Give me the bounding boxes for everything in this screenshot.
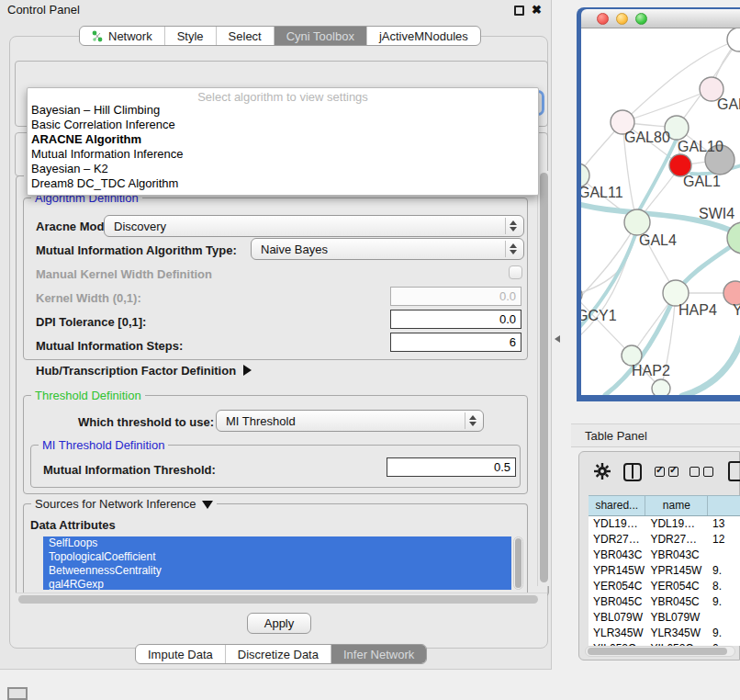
attribute-item-gal4rgexp[interactable]: gal4RGexp bbox=[43, 578, 511, 590]
deselect-all-checkbox-icon[interactable] bbox=[690, 467, 700, 477]
network-canvas[interactable]: GALGAL80GAL10GAL1GAL11SWI4GAL4GCY1HAP4YH… bbox=[581, 28, 740, 395]
network-edge[interactable] bbox=[638, 139, 677, 212]
tab-style[interactable]: Style bbox=[165, 27, 217, 45]
algorithm-option-aracne-algorithm[interactable]: ARACNE Algorithm bbox=[28, 132, 538, 147]
network-edge[interactable] bbox=[581, 222, 637, 295]
column-header-shared...[interactable]: shared... bbox=[589, 496, 645, 515]
table-cell: 12 bbox=[708, 532, 740, 548]
table-cell bbox=[708, 610, 740, 626]
table-row[interactable]: YBR045CYBR045C9. bbox=[589, 594, 740, 610]
attribute-item-selfloops[interactable]: SelfLoops bbox=[43, 536, 511, 550]
table-panel-window: ✓ ✓ shared...name YDL19…YDL19…13YDR27…YD… bbox=[578, 451, 740, 660]
table-settings-gear-icon[interactable] bbox=[594, 463, 611, 480]
table-cell: YBR043C bbox=[589, 548, 645, 563]
network-window-titlebar bbox=[581, 9, 740, 28]
data-attributes-list[interactable]: SelfLoopsTopologicalCoefficientBetweenne… bbox=[43, 536, 511, 590]
close-icon[interactable]: ✖ bbox=[532, 3, 542, 17]
tab-network[interactable]: Network bbox=[80, 27, 165, 45]
minimize-traffic-light[interactable] bbox=[616, 13, 628, 25]
kernel-width-field[interactable] bbox=[390, 287, 521, 306]
which-threshold-select[interactable]: MI Threshold bbox=[216, 410, 484, 432]
network-edge[interactable] bbox=[682, 333, 740, 395]
tab-infer-network[interactable]: Infer Network bbox=[331, 645, 426, 663]
settings-horizontal-scrollbar[interactable] bbox=[16, 593, 547, 604]
network-node[interactable] bbox=[581, 287, 582, 303]
restore-panel-icon[interactable] bbox=[7, 687, 28, 700]
control-panel-title: Control Panel bbox=[7, 3, 80, 17]
export-table-icon[interactable] bbox=[728, 461, 740, 481]
algorithm-option-bayesian-k2[interactable]: Bayesian – K2 bbox=[28, 162, 538, 176]
sources-group-title[interactable]: Sources for Network Inference bbox=[31, 497, 217, 511]
algorithm-option-dream8-dc-tdc-algorithm[interactable]: Dream8 DC_TDC Algorithm bbox=[28, 176, 538, 191]
table-cell: YER054C bbox=[645, 579, 708, 594]
apply-button[interactable]: Apply bbox=[247, 613, 311, 634]
table-row[interactable]: YBL079WYBL079W bbox=[589, 610, 740, 626]
tab-jactivemnodules[interactable]: jActiveMNodules bbox=[367, 27, 480, 45]
network-edge[interactable] bbox=[622, 89, 712, 122]
algorithm-option-mutual-information-inference[interactable]: Mutual Information Inference bbox=[28, 147, 538, 162]
application-root: Control Panel ✖ NetworkStyleSelectCyni T… bbox=[0, 0, 740, 700]
aracne-mode-select[interactable]: Discovery bbox=[104, 215, 524, 237]
tab-cyni-toolbox[interactable]: Cyni Toolbox bbox=[275, 27, 367, 45]
table-cell: 13 bbox=[708, 516, 740, 532]
network-node[interactable] bbox=[727, 28, 740, 51]
table-cell bbox=[708, 548, 740, 563]
table-body: YDL19…YDL19…13YDR27…YDR27…12YBR043CYBR04… bbox=[589, 516, 740, 646]
mi-steps-field[interactable] bbox=[390, 333, 521, 352]
node-label-y: Y bbox=[733, 302, 740, 318]
tab-label: Network bbox=[108, 29, 152, 43]
table-row[interactable]: YDL19…YDL19…13 bbox=[589, 516, 740, 532]
close-traffic-light[interactable] bbox=[597, 13, 609, 25]
table-horizontal-scrollbar[interactable] bbox=[585, 646, 735, 657]
settings-vertical-scrollbar[interactable] bbox=[537, 171, 549, 586]
hub-section-toggle[interactable]: Hub/Transcription Factor Definition bbox=[36, 364, 252, 378]
select-all-checkbox-icon[interactable]: ✓ bbox=[655, 467, 665, 477]
mi-algorithm-type-select[interactable]: Naive Bayes bbox=[251, 238, 524, 260]
table-toolbar: ✓ ✓ bbox=[579, 459, 739, 487]
column-header-cut[interactable] bbox=[708, 496, 740, 515]
table-cell: YDR27… bbox=[645, 532, 708, 548]
mi-threshold-field[interactable] bbox=[387, 457, 516, 477]
manual-kernel-width-checkbox[interactable] bbox=[509, 265, 522, 279]
aracne-mode-value: Discovery bbox=[114, 220, 166, 233]
collapsed-arrow-icon bbox=[243, 365, 252, 376]
dpi-tolerance-label: DPI Tolerance [0,1]: bbox=[36, 315, 146, 329]
deselect-all-checkbox-icon-2[interactable] bbox=[703, 467, 713, 477]
column-header-name[interactable]: name bbox=[645, 496, 708, 515]
splitter-collapse-arrow[interactable] bbox=[555, 335, 560, 343]
mi-algorithm-type-label: Mutual Information Algorithm Type: bbox=[36, 243, 237, 257]
tab-discretize-data[interactable]: Discretize Data bbox=[226, 645, 331, 663]
which-threshold-label: Which threshold to use: bbox=[78, 415, 214, 429]
tab-impute-data[interactable]: Impute Data bbox=[136, 645, 226, 663]
algorithm-option-basic-correlation-inference[interactable]: Basic Correlation Inference bbox=[28, 118, 538, 132]
table-cell: YBL079W bbox=[589, 610, 645, 626]
stepper-arrows-icon bbox=[505, 218, 520, 234]
attributes-list-scrollbar[interactable] bbox=[513, 536, 523, 590]
network-edge[interactable] bbox=[581, 222, 637, 304]
attribute-item-betweennesscentrality[interactable]: BetweennessCentrality bbox=[43, 564, 511, 578]
table-row[interactable]: YPR145WYPR145W9. bbox=[589, 563, 740, 579]
show-columns-icon[interactable] bbox=[623, 463, 642, 481]
tab-select[interactable]: Select bbox=[217, 27, 275, 45]
tab-label: Style bbox=[177, 29, 204, 43]
node-label-gcy1: GCY1 bbox=[581, 308, 617, 323]
select-all-checkbox-icon-2[interactable]: ✓ bbox=[668, 467, 678, 477]
table-row[interactable]: YDR27…YDR27…12 bbox=[589, 532, 740, 548]
dpi-tolerance-field[interactable] bbox=[390, 310, 521, 329]
network-view-window: GALGAL80GAL10GAL1GAL11SWI4GAL4GCY1HAP4YH… bbox=[577, 7, 740, 401]
attribute-item-topologicalcoefficient[interactable]: TopologicalCoefficient bbox=[43, 550, 511, 564]
network-node[interactable] bbox=[624, 209, 650, 235]
table-row[interactable]: YLR345WYLR345W9. bbox=[589, 626, 740, 641]
float-window-icon[interactable] bbox=[514, 6, 524, 16]
table-row[interactable]: YBR043CYBR043C bbox=[589, 548, 740, 563]
node-label-swi4: SWI4 bbox=[699, 206, 734, 221]
zoom-traffic-light[interactable] bbox=[635, 13, 647, 25]
algorithm-option-bayesian-hill-climbing[interactable]: Bayesian – Hill Climbing bbox=[28, 103, 538, 118]
mi-threshold-definition-title: MI Threshold Definition bbox=[39, 438, 168, 452]
table-header-row: shared...name bbox=[589, 495, 740, 516]
manual-kernel-width-label: Manual Kernel Width Definition bbox=[36, 267, 212, 281]
mi-steps-label: Mutual Information Steps: bbox=[36, 339, 183, 353]
node-label-gal: GAL bbox=[717, 96, 740, 112]
table-row[interactable]: YER054CYER054C8. bbox=[589, 579, 740, 594]
network-node[interactable] bbox=[652, 379, 670, 395]
